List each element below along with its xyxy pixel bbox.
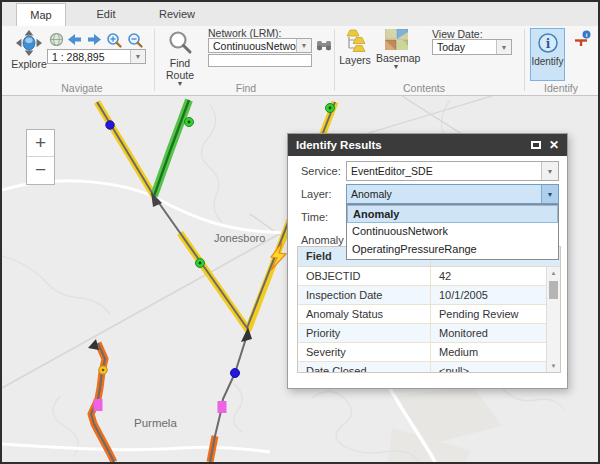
group-separator bbox=[154, 29, 155, 91]
chevron-down-icon[interactable]: ▼ bbox=[541, 185, 558, 203]
identify-attributes-table: Field Value OBJECTID42Inspection Date10/… bbox=[297, 246, 561, 373]
value-cell: <null> bbox=[430, 362, 560, 373]
basemap-icon bbox=[385, 29, 408, 50]
value-cell: Medium bbox=[430, 343, 560, 361]
map-zoom-control: + − bbox=[26, 129, 55, 185]
scale-value: 1 : 288,895 bbox=[48, 51, 130, 63]
basemap-button[interactable]: Basemap ▼ bbox=[376, 29, 416, 70]
field-cell: Severity bbox=[298, 343, 430, 361]
table-row[interactable]: PriorityMonitored bbox=[298, 324, 560, 343]
chevron-down-icon[interactable]: ▼ bbox=[130, 50, 145, 63]
minor-road bbox=[402, 96, 468, 138]
zoom-out-tool-icon[interactable] bbox=[127, 32, 144, 48]
explore-button[interactable]: Explore bbox=[6, 30, 52, 70]
tab-review[interactable]: Review bbox=[146, 3, 208, 26]
point-marker-blue[interactable] bbox=[106, 121, 114, 129]
navigate-group-label: Navigate bbox=[42, 82, 122, 94]
table-scrollbar[interactable]: ▲ ▼ bbox=[546, 267, 560, 372]
binoculars-icon[interactable] bbox=[316, 39, 332, 52]
map-zoom-out-button[interactable]: − bbox=[27, 157, 54, 184]
identify-results-dialog: Identify Results ✕ Service: EventEditor_… bbox=[287, 133, 568, 389]
chevron-down-icon[interactable]: ▼ bbox=[296, 39, 311, 52]
value-cell: 10/1/2005 bbox=[430, 286, 560, 304]
point-marker-green[interactable] bbox=[185, 118, 194, 127]
ribbon-tabbar: Map Edit Review bbox=[2, 2, 598, 26]
dropdown-item[interactable]: ContinuousNetwork bbox=[347, 223, 558, 241]
service-value: EventEditor_SDE bbox=[347, 165, 541, 177]
identify-group-label: Identify bbox=[524, 82, 598, 94]
scale-combobox[interactable]: 1 : 288,895 ▼ bbox=[47, 49, 146, 64]
tab-map[interactable]: Map bbox=[16, 3, 66, 26]
find-route-magnifier-icon bbox=[168, 30, 193, 55]
group-separator bbox=[334, 29, 335, 91]
next-extent-icon[interactable] bbox=[86, 32, 103, 47]
find-route-button[interactable]: Find Route ▼ bbox=[162, 30, 198, 87]
svg-text:i: i bbox=[545, 37, 550, 51]
point-marker-magenta[interactable] bbox=[94, 399, 103, 411]
zoom-in-tool-icon[interactable] bbox=[106, 32, 123, 48]
point-marker-green[interactable] bbox=[326, 104, 335, 113]
view-date-combobox[interactable]: Today ▼ bbox=[432, 39, 512, 55]
service-combobox[interactable]: EventEditor_SDE ▼ bbox=[346, 161, 559, 181]
route-green-centerline bbox=[154, 100, 189, 196]
layer-value: Anomaly bbox=[347, 188, 541, 200]
identify-button[interactable]: i Identify bbox=[530, 28, 565, 81]
field-cell: Priority bbox=[298, 324, 430, 342]
layers-icon bbox=[342, 29, 368, 52]
find-route-label: Find bbox=[162, 57, 198, 69]
layer-combobox[interactable]: Anomaly ▼ bbox=[346, 184, 559, 204]
contents-group-label: Contents bbox=[384, 82, 464, 94]
dropdown-item[interactable]: OperatingPressureRange bbox=[347, 241, 558, 259]
explore-label: Explore bbox=[6, 58, 52, 70]
table-row[interactable]: Inspection Date10/1/2005 bbox=[298, 286, 560, 305]
identify-table-body: OBJECTID42Inspection Date10/1/2005Anomal… bbox=[298, 267, 560, 373]
point-marker-green[interactable] bbox=[196, 259, 205, 268]
identify-label: Identify bbox=[531, 56, 564, 67]
value-cell: Monitored bbox=[430, 324, 560, 342]
identify-route-location-icon[interactable]: i bbox=[573, 30, 592, 47]
table-row[interactable]: OBJECTID42 bbox=[298, 267, 560, 286]
direction-arrow-icon bbox=[88, 339, 99, 350]
table-row[interactable]: Date Closed<null> bbox=[298, 362, 560, 373]
network-combobox[interactable]: ContinuousNetwork ▼ bbox=[208, 38, 312, 53]
point-marker-blue[interactable] bbox=[231, 369, 240, 378]
value-cell: 42 bbox=[430, 267, 560, 285]
identify-icon: i bbox=[537, 32, 559, 54]
scroll-up-icon[interactable]: ▲ bbox=[547, 270, 560, 276]
dialog-title: Identify Results bbox=[296, 139, 382, 151]
minor-road bbox=[352, 96, 492, 138]
previous-extent-icon[interactable] bbox=[66, 32, 83, 47]
ribbon: Explore 1 : 288,895 ▼ Navigate bbox=[2, 26, 598, 96]
scroll-down-icon[interactable]: ▼ bbox=[547, 363, 560, 369]
tab-edit[interactable]: Edit bbox=[80, 3, 132, 26]
app-window: Map Edit Review Explore bbox=[0, 0, 600, 464]
chevron-down-icon[interactable]: ▼ bbox=[541, 162, 558, 180]
dropdown-item[interactable]: Anomaly bbox=[347, 205, 558, 223]
view-date-value: Today bbox=[433, 41, 496, 53]
chevron-down-icon: ▼ bbox=[376, 64, 416, 70]
explore-icon bbox=[16, 30, 42, 56]
anomaly-marker-icon[interactable] bbox=[271, 243, 286, 270]
maximize-icon[interactable] bbox=[529, 139, 543, 151]
map-zoom-in-button[interactable]: + bbox=[27, 130, 54, 157]
field-cell: Inspection Date bbox=[298, 286, 430, 304]
full-extent-globe-icon[interactable] bbox=[49, 32, 64, 47]
dialog-titlebar[interactable]: Identify Results ✕ bbox=[288, 134, 567, 156]
chevron-down-icon[interactable]: ▼ bbox=[496, 40, 511, 54]
value-cell: Pending Review bbox=[430, 305, 560, 323]
field-cell: OBJECTID bbox=[298, 267, 430, 285]
place-label-purmela: Purmela bbox=[134, 417, 177, 429]
place-label-jonesboro: Jonesboro bbox=[214, 232, 265, 244]
route-input[interactable] bbox=[208, 54, 312, 67]
close-icon[interactable]: ✕ bbox=[547, 139, 561, 151]
network-value: ContinuousNetwork bbox=[209, 40, 296, 52]
layer-dropdown-list: AnomalyContinuousNetworkOperatingPressur… bbox=[346, 204, 559, 260]
field-cell: Anomaly Status bbox=[298, 305, 430, 323]
point-marker-yellow[interactable] bbox=[99, 366, 107, 374]
table-row[interactable]: SeverityMedium bbox=[298, 343, 560, 362]
service-label: Service: bbox=[301, 165, 341, 177]
point-marker-magenta[interactable] bbox=[218, 401, 227, 413]
table-row[interactable]: Anomaly StatusPending Review bbox=[298, 305, 560, 324]
layers-button[interactable]: Layers bbox=[339, 29, 371, 66]
scrollbar-thumb[interactable] bbox=[549, 281, 558, 299]
